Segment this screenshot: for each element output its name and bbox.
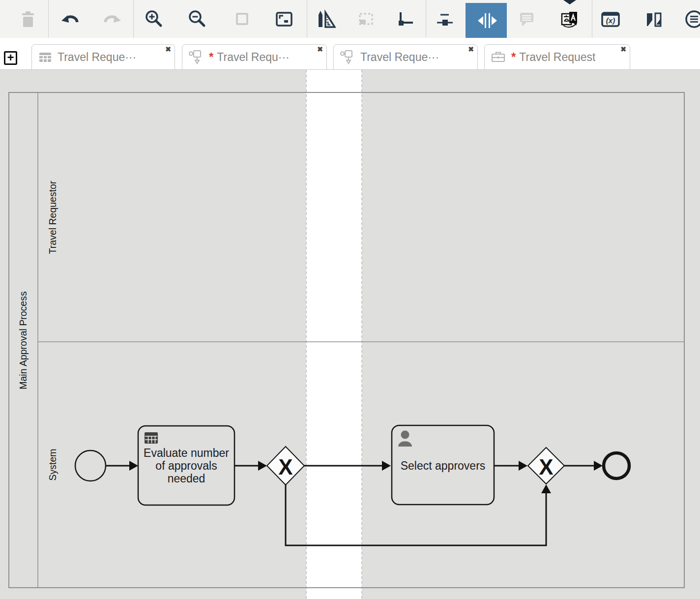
shape-icon[interactable] — [231, 8, 253, 30]
loop-flow — [286, 484, 546, 545]
toolbar-separator — [426, 0, 426, 38]
close-icon[interactable]: ✖ — [165, 45, 171, 53]
pool-main-approval-process[interactable]: Main Approval Process Travel Requestor S… — [9, 92, 684, 588]
dirty-marker: * — [511, 50, 516, 64]
toolbar-separator — [48, 0, 49, 38]
new-tab-button[interactable]: + — [4, 51, 17, 65]
tab-bar: + Travel Reque··· ✖ * Travel Re — [0, 38, 700, 70]
tab-label: Travel Reque··· — [360, 51, 439, 64]
close-icon[interactable]: ✖ — [468, 45, 474, 53]
tab-travel-request-table[interactable]: Travel Reque··· ✖ — [31, 44, 175, 70]
bpmn-editor-window: (x) + Travel Re — [0, 0, 700, 599]
snap-corner-icon[interactable] — [394, 8, 415, 30]
tab-travel-request-process-active[interactable]: * Travel Requ··· ✖ — [182, 44, 327, 70]
zoom-out-icon[interactable] — [186, 8, 207, 30]
task-select-approvers[interactable]: Select approvers — [392, 425, 494, 505]
diagram-canvas[interactable]: Main Approval Process Travel Requestor S… — [0, 70, 700, 599]
compare-pages-icon[interactable] — [643, 8, 665, 30]
split-view-button[interactable] — [466, 3, 507, 38]
exclusive-gateway-2[interactable]: X — [528, 448, 564, 484]
selection-icon[interactable] — [355, 8, 377, 30]
translate-icon[interactable] — [558, 8, 580, 30]
tab-label: Travel Requ··· — [217, 51, 289, 64]
close-icon[interactable]: ✖ — [620, 45, 626, 53]
gateway-x-marker: X — [278, 455, 292, 479]
task-label-line: of approvals — [155, 459, 217, 472]
more-options-icon[interactable] — [683, 8, 700, 30]
tab-label: Travel Reque··· — [58, 51, 136, 64]
lane-label-system[interactable]: System — [47, 449, 58, 480]
split-view-icon — [478, 13, 497, 28]
table-icon — [38, 50, 52, 64]
translate-dropdown-caret-icon[interactable] — [563, 0, 576, 4]
pool-label[interactable]: Main Approval Process — [18, 291, 29, 389]
tab-label: Travel Request — [519, 51, 595, 64]
task-label: Select approvers — [401, 459, 486, 472]
toolbar-separator — [592, 0, 592, 38]
task-evaluate-number-of-approvals[interactable]: Evaluate number of approvals needed — [138, 426, 234, 505]
gateway-x-marker: X — [539, 455, 553, 479]
redo-icon[interactable] — [101, 8, 123, 30]
undo-icon[interactable] — [59, 8, 81, 30]
user-icon — [398, 431, 412, 447]
briefcase-icon — [491, 50, 506, 64]
design-tools-icon[interactable] — [314, 8, 336, 30]
fit-to-window-icon[interactable] — [273, 8, 295, 30]
table-icon — [145, 432, 158, 444]
formula-icon[interactable]: (x) — [600, 8, 621, 30]
start-event[interactable] — [75, 450, 106, 481]
task-label-line: needed — [168, 472, 205, 485]
toolbar-separator — [307, 0, 307, 38]
process-icon — [340, 49, 355, 65]
exclusive-gateway-1[interactable]: X — [267, 447, 304, 485]
dirty-marker: * — [209, 50, 213, 64]
toolbar: (x) — [0, 0, 700, 38]
tab-travel-request-case[interactable]: * Travel Request ✖ — [484, 44, 630, 70]
task-label-line: Evaluate number — [144, 447, 229, 459]
comments-icon[interactable] — [516, 8, 537, 30]
tab-travel-request-process[interactable]: Travel Reque··· ✖ — [333, 44, 478, 70]
end-event[interactable] — [604, 453, 629, 479]
zoom-in-icon[interactable] — [143, 8, 164, 30]
lane-label-travel-requestor[interactable]: Travel Requestor — [47, 180, 58, 254]
close-icon[interactable]: ✖ — [317, 45, 323, 53]
toolbar-separator — [133, 0, 134, 38]
process-icon — [189, 49, 204, 65]
distribute-icon[interactable] — [434, 8, 456, 30]
svg-text:(x): (x) — [606, 16, 615, 25]
delete-icon[interactable] — [17, 8, 39, 30]
